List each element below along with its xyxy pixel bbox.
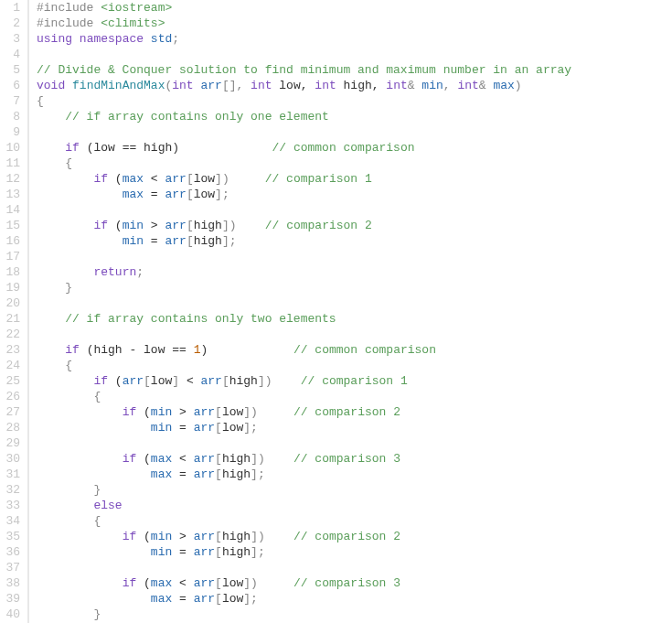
- line-number: 4: [0, 47, 20, 62]
- line-number: 37: [0, 560, 20, 575]
- line-number: 35: [0, 529, 20, 544]
- code-line: [37, 202, 672, 218]
- code-line: [37, 435, 672, 451]
- code-line: if (high - low == 1) // common compariso…: [37, 342, 672, 358]
- line-number: 36: [0, 544, 20, 560]
- code-line: if (min > arr[low]) // comparison 2: [37, 404, 672, 420]
- line-number: 40: [0, 607, 20, 622]
- line-number: 27: [0, 404, 20, 420]
- line-number: 12: [0, 171, 20, 187]
- code-line: max = arr[high];: [37, 467, 672, 482]
- code-line: {: [37, 156, 672, 171]
- line-number-gutter: 1234567891011121314151617181920212223242…: [0, 0, 29, 623]
- code-line: if (max < arr[low]) // comparison 3: [37, 575, 672, 591]
- line-number: 20: [0, 295, 20, 311]
- line-number: 30: [0, 451, 20, 467]
- line-number: 39: [0, 591, 20, 607]
- line-number: 34: [0, 513, 20, 529]
- code-line: if (low == high) // common comparison: [37, 140, 672, 156]
- line-number: 9: [0, 124, 20, 140]
- code-line: }: [37, 482, 672, 498]
- line-number: 19: [0, 280, 20, 295]
- line-number: 31: [0, 467, 20, 482]
- line-number: 2: [0, 16, 20, 31]
- code-line: #include <iostream>: [37, 0, 672, 16]
- code-line: [37, 124, 672, 140]
- line-number: 13: [0, 187, 20, 202]
- code-line: // Divide & Conquer solution to find min…: [37, 62, 672, 78]
- code-line: [37, 327, 672, 342]
- line-number: 1: [0, 0, 20, 16]
- line-number: 33: [0, 498, 20, 513]
- code-line: {: [37, 389, 672, 404]
- code-line: max = arr[low];: [37, 187, 672, 202]
- code-line: void findMinAndMax(int arr[], int low, i…: [37, 78, 672, 93]
- line-number: 11: [0, 156, 20, 171]
- line-number: 24: [0, 358, 20, 373]
- line-number: 21: [0, 311, 20, 327]
- line-number: 15: [0, 218, 20, 233]
- line-number: 22: [0, 327, 20, 342]
- code-line: if (min > arr[high]) // comparison 2: [37, 529, 672, 544]
- line-number: 17: [0, 249, 20, 264]
- code-line: min = arr[low];: [37, 420, 672, 435]
- code-line: min = arr[high];: [37, 544, 672, 560]
- code-line: max = arr[low];: [37, 591, 672, 607]
- line-number: 5: [0, 62, 20, 78]
- code-line: #include <climits>: [37, 16, 672, 31]
- line-number: 6: [0, 78, 20, 93]
- code-line: if (max < arr[low]) // comparison 1: [37, 171, 672, 187]
- code-editor: 1234567891011121314151617181920212223242…: [0, 0, 672, 623]
- code-line: if (max < arr[high]) // comparison 3: [37, 451, 672, 467]
- code-line: else: [37, 498, 672, 513]
- line-number: 7: [0, 93, 20, 109]
- code-line: // if array contains only two elements: [37, 311, 672, 327]
- code-line: [37, 560, 672, 575]
- code-line: using namespace std;: [37, 31, 672, 47]
- code-line: {: [37, 93, 672, 109]
- code-line: }: [37, 280, 672, 295]
- line-number: 26: [0, 389, 20, 404]
- line-number: 10: [0, 140, 20, 156]
- code-line: if (min > arr[high]) // comparison 2: [37, 218, 672, 233]
- code-area[interactable]: #include <iostream>#include <climits>usi…: [29, 0, 672, 623]
- code-line: {: [37, 358, 672, 373]
- line-number: 14: [0, 202, 20, 218]
- code-line: // if array contains only one element: [37, 109, 672, 124]
- code-line: min = arr[high];: [37, 233, 672, 249]
- line-number: 25: [0, 373, 20, 389]
- line-number: 8: [0, 109, 20, 124]
- line-number: 29: [0, 435, 20, 451]
- code-line: [37, 47, 672, 62]
- line-number: 16: [0, 233, 20, 249]
- line-number: 23: [0, 342, 20, 358]
- code-line: return;: [37, 264, 672, 280]
- code-line: [37, 249, 672, 264]
- code-line: }: [37, 607, 672, 622]
- line-number: 18: [0, 264, 20, 280]
- line-number: 28: [0, 420, 20, 435]
- line-number: 3: [0, 31, 20, 47]
- code-line: [37, 295, 672, 311]
- line-number: 32: [0, 482, 20, 498]
- code-line: {: [37, 513, 672, 529]
- code-line: if (arr[low] < arr[high]) // comparison …: [37, 373, 672, 389]
- line-number: 38: [0, 575, 20, 591]
